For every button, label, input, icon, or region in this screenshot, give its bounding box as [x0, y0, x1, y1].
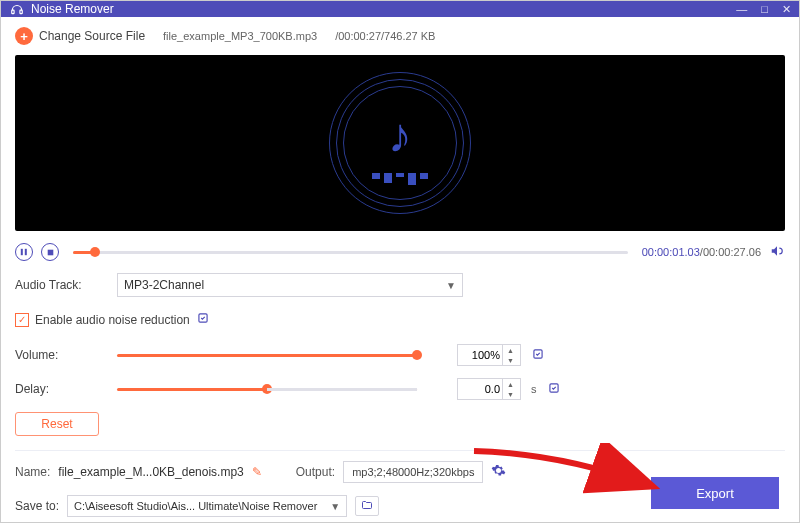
output-label: Output: [296, 465, 335, 479]
current-time: 00:00:01.03 [642, 246, 700, 258]
svg-rect-1 [20, 10, 22, 14]
preview-area: ♪ [15, 55, 785, 231]
svg-rect-4 [47, 249, 53, 255]
export-button[interactable]: Export [651, 477, 779, 509]
noise-reduction-row: ✓ Enable audio noise reduction [15, 311, 785, 328]
minimize-button[interactable]: — [736, 3, 747, 16]
save-label: Save to: [15, 499, 59, 513]
delay-step-up[interactable]: ▲ [503, 379, 518, 389]
volume-step-up[interactable]: ▲ [503, 345, 518, 355]
seek-slider[interactable] [73, 251, 628, 254]
volume-slider[interactable] [117, 354, 417, 357]
delay-slider[interactable] [117, 388, 417, 391]
seek-thumb[interactable] [90, 247, 100, 257]
delay-input-box: ▲▼ [457, 378, 521, 400]
volume-reset-icon[interactable] [531, 347, 545, 364]
volume-icon[interactable] [769, 244, 785, 261]
edit-name-icon[interactable]: ✎ [252, 465, 262, 479]
plus-icon: + [15, 27, 33, 45]
delay-reset-icon[interactable] [547, 381, 561, 398]
delay-label: Delay: [15, 382, 107, 396]
audio-track-select[interactable]: MP3-2Channel ▼ [117, 273, 463, 297]
noise-reduction-label: Enable audio noise reduction [35, 313, 190, 327]
noise-settings-icon[interactable] [196, 311, 210, 328]
playback-bar: 00:00:01.03/00:00:27.06 [15, 243, 785, 261]
chevron-down-icon: ▼ [330, 501, 340, 512]
delay-input[interactable] [458, 383, 502, 395]
delay-unit: s [531, 383, 537, 395]
volume-step-down[interactable]: ▼ [503, 355, 518, 365]
svg-rect-0 [12, 10, 14, 14]
chevron-down-icon: ▼ [446, 280, 456, 291]
source-filename: file_example_MP3_700KB.mp3 [163, 30, 317, 42]
svg-rect-2 [21, 249, 23, 255]
volume-label: Volume: [15, 348, 107, 362]
app-logo-icon [9, 1, 25, 17]
play-pause-button[interactable] [15, 243, 33, 261]
change-source-button[interactable]: + Change Source File [15, 27, 145, 45]
playback-time: 00:00:01.03/00:00:27.06 [642, 246, 761, 258]
name-label: Name: [15, 465, 50, 479]
volume-row: Volume: ▲▼ [15, 344, 785, 366]
audio-track-label: Audio Track: [15, 278, 107, 292]
volume-thumb[interactable] [412, 350, 422, 360]
close-button[interactable]: ✕ [782, 3, 791, 16]
maximize-button[interactable]: □ [761, 3, 768, 16]
delay-step-down[interactable]: ▼ [503, 389, 518, 399]
output-format-box: mp3;2;48000Hz;320kbps [343, 461, 483, 483]
name-value: file_example_M...0KB_denois.mp3 [58, 465, 243, 479]
volume-input[interactable] [458, 349, 502, 361]
total-time: /00:00:27.06 [700, 246, 761, 258]
source-toolbar: + Change Source File file_example_MP3_70… [15, 27, 785, 45]
reset-button[interactable]: Reset [15, 412, 99, 436]
save-path-select[interactable]: C:\Aiseesoft Studio\Ais... Ultimate\Nois… [67, 495, 347, 517]
open-folder-icon[interactable] [355, 496, 379, 516]
output-value: mp3;2;48000Hz;320kbps [352, 466, 474, 478]
music-note-icon: ♪ [388, 108, 412, 163]
divider [15, 450, 785, 451]
audio-track-row: Audio Track: MP3-2Channel ▼ [15, 273, 785, 297]
title-bar: Noise Remover — □ ✕ [1, 1, 799, 17]
noise-reduction-checkbox[interactable]: ✓ [15, 313, 29, 327]
window-title: Noise Remover [31, 2, 736, 16]
stop-button[interactable] [41, 243, 59, 261]
volume-input-box: ▲▼ [457, 344, 521, 366]
equalizer-icon [372, 173, 428, 185]
change-source-label: Change Source File [39, 29, 145, 43]
svg-rect-3 [25, 249, 27, 255]
delay-thumb[interactable] [262, 384, 272, 394]
delay-row: Delay: ▲▼ s [15, 378, 785, 400]
source-fileinfo: /00:00:27/746.27 KB [335, 30, 435, 42]
output-settings-icon[interactable] [491, 463, 506, 481]
audio-track-value: MP3-2Channel [124, 278, 204, 292]
save-path-value: C:\Aiseesoft Studio\Ais... Ultimate\Nois… [74, 500, 317, 512]
